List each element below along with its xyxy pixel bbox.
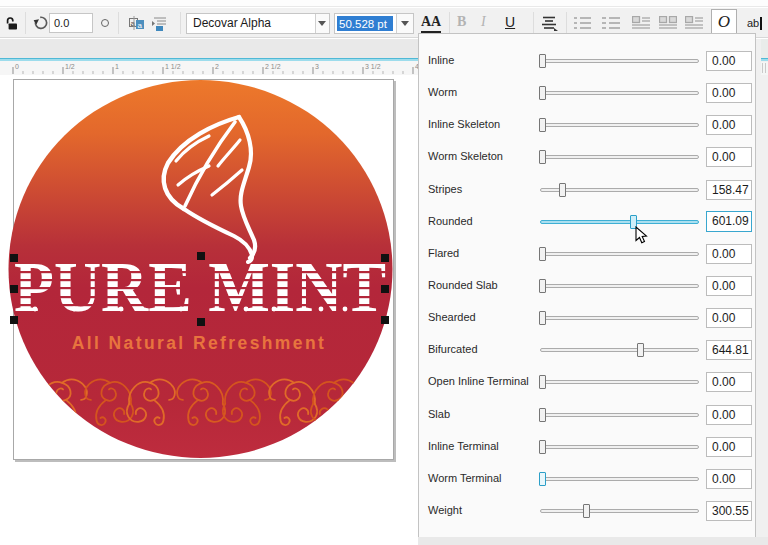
svg-text:1: 1 xyxy=(115,63,119,70)
svg-text:3: 3 xyxy=(315,63,319,70)
svg-text:a: a xyxy=(138,21,143,30)
svg-text:0: 0 xyxy=(15,63,19,70)
svg-text:All Natural Refreshment: All Natural Refreshment xyxy=(72,333,327,353)
svg-text:a: a xyxy=(131,19,136,28)
svg-text:3 1/2: 3 1/2 xyxy=(365,63,381,70)
svg-text:2: 2 xyxy=(215,63,219,70)
svg-text:2 1/2: 2 1/2 xyxy=(265,63,281,70)
svg-text:1 1/2: 1 1/2 xyxy=(165,63,181,70)
svg-text:1/2: 1/2 xyxy=(65,63,75,70)
